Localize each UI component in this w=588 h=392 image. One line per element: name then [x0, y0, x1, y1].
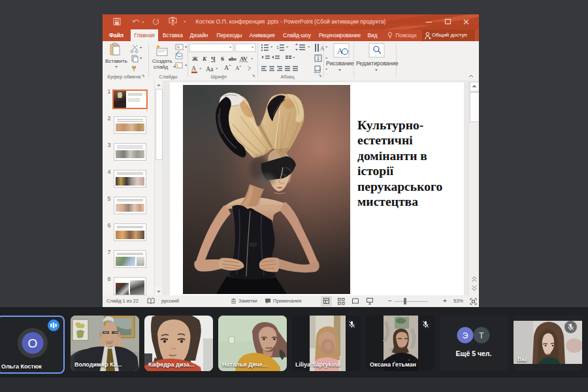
svg-text:Аˇ: Аˇ [235, 65, 242, 71]
svg-text:А: А [191, 65, 197, 72]
svg-text:Ж: Ж [192, 56, 198, 62]
svg-text:abc: abc [229, 56, 237, 62]
svg-text:Аа: Аа [206, 65, 214, 73]
svg-text:Ещё 5 чел.: Ещё 5 чел. [456, 350, 492, 357]
svg-text:О: О [28, 336, 38, 350]
svg-text:Редактирование: Редактирование [356, 60, 399, 67]
svg-text:Т: Т [479, 331, 484, 340]
svg-text:S: S [221, 56, 224, 62]
svg-text:Ч: Ч [211, 56, 216, 62]
svg-text:Аˆ: Аˆ [224, 64, 231, 71]
svg-text:A: A [320, 45, 325, 52]
svg-text:Создать: Создать [152, 58, 172, 64]
svg-text:Э: Э [463, 331, 468, 340]
svg-text:Вставить: Вставить [105, 58, 127, 64]
svg-text:К: К [202, 56, 207, 62]
svg-text:Рисование: Рисование [326, 60, 354, 67]
svg-text:слайд: слайд [154, 64, 169, 70]
